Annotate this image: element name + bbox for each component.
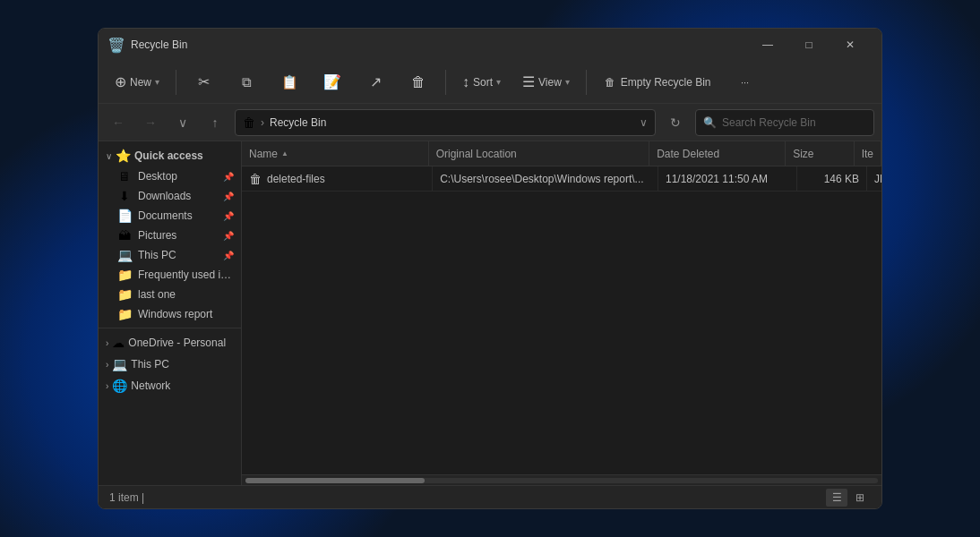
col-size-label: Size — [793, 148, 813, 160]
table-row[interactable]: 🗑 deleted-files C:\Users\rosee\Desktop\W… — [242, 166, 881, 192]
empty-recycle-bin-button[interactable]: 🗑 Empty Recycle Bin — [594, 72, 722, 92]
view-icon: ☰ — [522, 73, 535, 90]
up-button[interactable]: ↑ — [202, 110, 228, 135]
status-text: 1 item | — [109, 491, 826, 504]
file-size-text: 146 KB — [824, 173, 859, 185]
sidebar-section-onedrive: › ☁ OneDrive - Personal — [99, 328, 241, 354]
copy-button[interactable]: ⧉ — [227, 71, 266, 94]
detail-view-button[interactable]: ⊞ — [849, 489, 871, 507]
last-one-icon: 📁 — [116, 287, 133, 302]
file-explorer-window: 🗑️ Recycle Bin — □ ✕ ⊕ New ▾ ✂ ⧉ 📋 📝 ↗ — [98, 28, 882, 509]
rename-button[interactable]: 📝 — [313, 70, 352, 94]
window-title: Recycle Bin — [131, 38, 747, 51]
path-text: Recycle Bin — [270, 116, 634, 129]
close-button[interactable]: ✕ — [830, 30, 871, 59]
frequently-used-icon: 📁 — [116, 268, 133, 282]
new-label: New — [130, 76, 151, 89]
recent-locations-button[interactable]: ∨ — [170, 110, 195, 135]
quick-access-icon: ⭐ — [116, 149, 131, 163]
sidebar-item-documents[interactable]: 📄 Documents 📌 — [99, 206, 241, 226]
windows-report-icon: 📁 — [116, 307, 133, 321]
thispc-icon: 💻 — [116, 248, 133, 262]
quick-access-label: Quick access — [134, 149, 203, 162]
sort-button[interactable]: ↕ Sort ▾ — [453, 71, 510, 94]
new-button[interactable]: ⊕ New ▾ — [106, 70, 168, 94]
share-button[interactable]: ↗ — [356, 70, 395, 94]
empty-recycle-bin-label: Empty Recycle Bin — [621, 76, 711, 89]
file-content[interactable]: 🗑 deleted-files C:\Users\rosee\Desktop\W… — [242, 166, 881, 474]
quick-access-header[interactable]: ∨ ⭐ Quick access — [99, 145, 241, 166]
forward-button[interactable]: → — [138, 110, 163, 135]
sidebar-item-desktop[interactable]: 🖥 Desktop 📌 — [99, 166, 241, 186]
downloads-icon: ⬇ — [116, 189, 133, 203]
delete-button[interactable]: 🗑 — [399, 71, 438, 94]
col-header-size[interactable]: Size — [786, 141, 854, 166]
toolbar-separator-2 — [445, 70, 446, 95]
paste-icon: 📋 — [281, 74, 298, 90]
search-box[interactable]: 🔍 — [695, 109, 874, 136]
back-button[interactable]: ← — [106, 110, 131, 135]
cut-button[interactable]: ✂ — [184, 70, 223, 94]
col-header-location[interactable]: Original Location — [429, 141, 649, 166]
sidebar-item-frequently-used[interactable]: 📁 Frequently used ima — [99, 265, 241, 285]
empty-recycle-bin-icon: 🗑 — [605, 76, 615, 89]
title-bar: 🗑️ Recycle Bin — □ ✕ — [99, 29, 881, 61]
back-icon: ← — [112, 115, 125, 130]
sidebar-item-desktop-label: Desktop — [138, 170, 218, 183]
file-date-text: 11/18/2021 11:50 AM — [666, 173, 768, 185]
list-view-icon: ☰ — [832, 491, 842, 504]
downloads-pin-icon: 📌 — [223, 192, 234, 201]
file-name-text: deleted-files — [267, 173, 325, 185]
onedrive-header[interactable]: › ☁ OneDrive - Personal — [99, 332, 241, 354]
sidebar: ∨ ⭐ Quick access 🖥 Desktop 📌 ⬇ Downloads… — [99, 141, 242, 485]
network-section-header[interactable]: › 🌐 Network — [99, 375, 241, 396]
file-cell-size: 146 KB — [797, 166, 867, 191]
thispc-section-icon: 💻 — [112, 357, 127, 371]
sidebar-item-downloads[interactable]: ⬇ Downloads 📌 — [99, 186, 241, 206]
sidebar-item-thispc[interactable]: 💻 This PC 📌 — [99, 245, 241, 265]
col-header-item[interactable]: Ite — [855, 141, 881, 166]
col-name-sort-icon: ▲ — [281, 149, 288, 158]
cut-icon: ✂ — [198, 73, 210, 90]
paste-button[interactable]: 📋 — [270, 71, 309, 94]
view-toggle: ☰ ⊞ — [826, 489, 871, 507]
quick-access-chevron-icon: ∨ — [106, 151, 112, 161]
col-date-label: Date Deleted — [657, 148, 719, 160]
view-button[interactable]: ☰ View ▾ — [513, 70, 579, 94]
new-icon: ⊕ — [115, 73, 126, 90]
address-path[interactable]: 🗑 › Recycle Bin ∨ — [235, 109, 656, 136]
toolbar-separator-1 — [176, 70, 176, 95]
path-chevron-icon[interactable]: ∨ — [640, 116, 648, 129]
h-scroll-thumb[interactable] — [245, 478, 425, 483]
search-input[interactable] — [722, 116, 866, 129]
file-cell-type: JP — [867, 166, 881, 191]
sidebar-item-last-one[interactable]: 📁 last one — [99, 285, 241, 304]
delete-icon: 🗑 — [411, 74, 426, 90]
col-header-date[interactable]: Date Deleted — [649, 141, 786, 166]
sort-label: Sort — [473, 76, 493, 89]
status-item-count: 1 item — [109, 491, 139, 504]
rename-icon: 📝 — [323, 73, 341, 90]
status-bar: 1 item | ☰ ⊞ — [99, 485, 881, 508]
refresh-button[interactable]: ↻ — [663, 110, 688, 135]
view-label: View — [538, 76, 562, 89]
horizontal-scrollbar[interactable] — [242, 474, 881, 485]
network-section-label: Network — [131, 379, 234, 392]
network-section-icon: 🌐 — [112, 379, 127, 393]
thispc-section-header[interactable]: › 💻 This PC — [99, 354, 241, 375]
h-scroll-track — [245, 478, 878, 483]
sidebar-item-windows-report[interactable]: 📁 Windows report — [99, 304, 241, 324]
minimize-button[interactable]: — — [747, 30, 788, 59]
file-list: Name ▲ Original Location Date Deleted Si… — [242, 141, 881, 485]
maximize-button[interactable]: □ — [788, 30, 830, 59]
thispc-section-chevron-icon: › — [106, 360, 108, 370]
list-view-button[interactable]: ☰ — [826, 489, 847, 507]
copy-icon: ⧉ — [242, 74, 252, 90]
col-header-name[interactable]: Name ▲ — [242, 141, 429, 166]
window-icon: 🗑️ — [109, 38, 124, 52]
sidebar-item-pictures[interactable]: 🏔 Pictures 📌 — [99, 226, 241, 245]
more-options-button[interactable]: ··· — [726, 73, 765, 91]
network-section-chevron-icon: › — [106, 381, 108, 391]
documents-icon: 📄 — [116, 209, 133, 223]
col-location-label: Original Location — [436, 148, 517, 160]
